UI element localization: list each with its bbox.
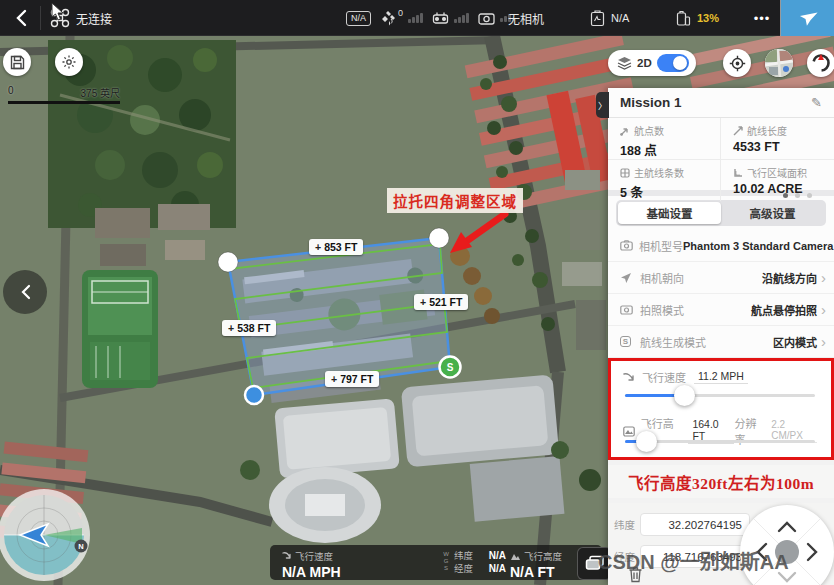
mission-planner-app: S 无连接 N/A 0 (0, 0, 834, 585)
edge-length-bottom: +797 FT (325, 371, 379, 387)
altitude-slider-row: 飞行高度 164.0 FT 分辨率 2.2 CM/PX (611, 413, 831, 453)
corner-handle-bottom-left[interactable] (245, 386, 263, 404)
start-point-marker[interactable]: S (440, 357, 461, 378)
svg-text:S: S (447, 362, 454, 373)
map-scale-bar: 0375 英尺 (8, 85, 120, 104)
scale-start: 0 (8, 85, 14, 100)
attitude-compass-widget: N (0, 487, 94, 585)
gps-mode-badge: N/A (346, 11, 371, 26)
altitude-slider-track[interactable] (625, 440, 815, 443)
airplane-icon (797, 7, 819, 29)
rc-bars (454, 13, 469, 23)
layers-icon (617, 56, 632, 70)
tab-basic-settings[interactable]: 基础设置 (618, 202, 721, 224)
camera-view-toggle-button[interactable] (577, 547, 612, 580)
device-battery-value: 13% (697, 12, 719, 24)
map-settings-button[interactable] (55, 48, 83, 76)
speed-slider-track[interactable] (625, 394, 815, 397)
flight-speed-icon (623, 372, 635, 383)
drone-icon (50, 0, 70, 36)
nudge-right-icon (808, 544, 816, 560)
speed-slider-thumb[interactable] (674, 385, 695, 406)
corner-handle-top-right[interactable] (429, 228, 449, 248)
mission-panel: Mission 1 ✎ 航点数 188 点 航线长度 4533 FT (608, 88, 834, 585)
latitude-field[interactable] (640, 513, 750, 536)
telemetry-bar: 飞行速度 N/A MPH WGS 纬度N/A 经度N/A 飞行高度 N/A FT (270, 545, 602, 580)
nudge-dpad[interactable] (740, 505, 834, 585)
layers-view-icon (585, 555, 605, 572)
trash-icon (628, 566, 643, 583)
settings-rows: 相机型号 Phantom 3 Standard Camera › 相机朝向 沿航… (608, 230, 834, 358)
edge-length-right: +521 FT (414, 294, 468, 310)
camera-model-icon (620, 240, 633, 251)
altitude-icon (510, 551, 521, 561)
longitude-field[interactable] (640, 545, 750, 568)
satellite-bars (408, 13, 423, 23)
takeoff-button[interactable] (781, 0, 834, 36)
camera-signal (478, 0, 511, 36)
stat-area: 飞行区域面积 10.02 ACRE (721, 160, 834, 201)
map-thumbnail-icon (765, 49, 793, 77)
waypoint-icon (620, 126, 630, 136)
nudge-up-icon (779, 523, 795, 531)
battery-phone-icon (676, 10, 691, 27)
stats-pagination-dots[interactable] (783, 193, 812, 198)
stat-waypoints: 航点数 188 点 (608, 118, 721, 160)
camera-status: 无相机 (508, 0, 544, 36)
flight-altitude-icon (623, 426, 635, 437)
north-marker: N (75, 540, 88, 553)
map-annotation: 拉托四角调整区域 (387, 188, 523, 213)
save-icon (10, 55, 25, 70)
back-button[interactable] (8, 0, 34, 36)
mission-header: Mission 1 ✎ (608, 88, 834, 118)
map-type-button[interactable] (765, 49, 793, 77)
area-ruler-icon (733, 168, 743, 178)
rc-signal (432, 0, 469, 36)
speed-value: 11.2 MPH (694, 370, 748, 384)
chevron-right-icon: › (821, 273, 826, 283)
nudge-left-icon (758, 544, 766, 560)
satellite-count: 0 (398, 8, 403, 18)
rc-battery: N/A (590, 0, 629, 36)
panel-collapse-tab[interactable]: 〉 (596, 92, 609, 118)
telemetry-coordinates: 纬度N/A 经度N/A (454, 549, 506, 575)
serpentine-mode-icon: S (620, 336, 631, 347)
altitude-note: 飞行高度320ft左右为100m (608, 465, 834, 498)
wgs-label: WGS (442, 551, 449, 572)
route-length-icon (733, 126, 743, 136)
topbar-divider (40, 6, 41, 30)
delete-mission-button[interactable] (628, 566, 643, 585)
setting-photo-mode[interactable]: 拍照模式 航点悬停拍照 › (608, 294, 834, 326)
setting-camera-model[interactable]: 相机型号 Phantom 3 Standard Camera › (608, 230, 834, 262)
coordinates-section: 纬度 经度 (608, 503, 834, 585)
more-button[interactable]: ••• (748, 0, 776, 36)
2d-toggle-switch[interactable] (657, 54, 689, 72)
locate-button[interactable] (723, 49, 751, 77)
settings-tabs: 基础设置 高级设置 (608, 196, 834, 230)
save-mission-button[interactable] (3, 48, 31, 76)
device-battery: 13% (676, 0, 719, 36)
corner-handle-top-left[interactable] (218, 252, 238, 272)
compass-icon (811, 53, 831, 73)
clipboard-battery-icon (590, 10, 605, 27)
setting-camera-heading[interactable]: 相机朝向 沿航线方向 › (608, 262, 834, 294)
telemetry-altitude: 飞行高度 N/A FT (510, 549, 562, 580)
latitude-label: 纬度 (614, 517, 640, 532)
longitude-label: 经度 (614, 549, 640, 564)
speed-icon (282, 551, 292, 561)
tab-advanced-settings[interactable]: 高级设置 (721, 202, 824, 224)
heading-arrow-icon (620, 272, 632, 284)
dpad-center (775, 540, 799, 564)
map-mode-toggle: 2D (608, 50, 696, 76)
setting-route-mode[interactable]: S 航线生成模式 区内模式 › (608, 326, 834, 358)
edge-length-top: +853 FT (309, 239, 363, 255)
scale-end: 375 英尺 (81, 85, 120, 100)
altitude-slider-thumb[interactable] (636, 431, 657, 452)
svg-text:N: N (78, 542, 83, 551)
map-collapse-button[interactable] (3, 270, 47, 314)
edit-mission-icon[interactable]: ✎ (811, 95, 822, 110)
mode-2d-label: 2D (637, 57, 652, 69)
crosshair-icon (729, 55, 746, 72)
nudge-down-icon (779, 573, 795, 581)
compass-button[interactable] (807, 49, 834, 77)
